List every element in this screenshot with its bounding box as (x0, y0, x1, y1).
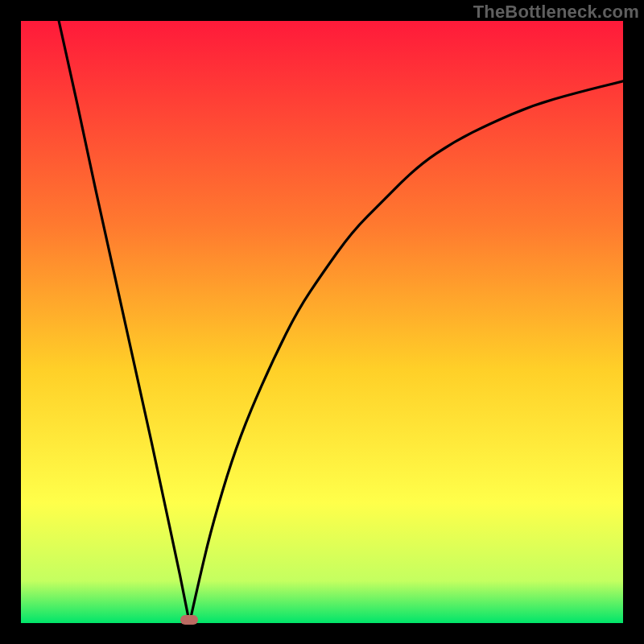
watermark-text: TheBottleneck.com (473, 2, 639, 23)
chart-frame (21, 21, 623, 623)
optimum-marker (180, 615, 198, 625)
svg-rect-0 (21, 21, 623, 623)
chart-background (21, 21, 623, 623)
